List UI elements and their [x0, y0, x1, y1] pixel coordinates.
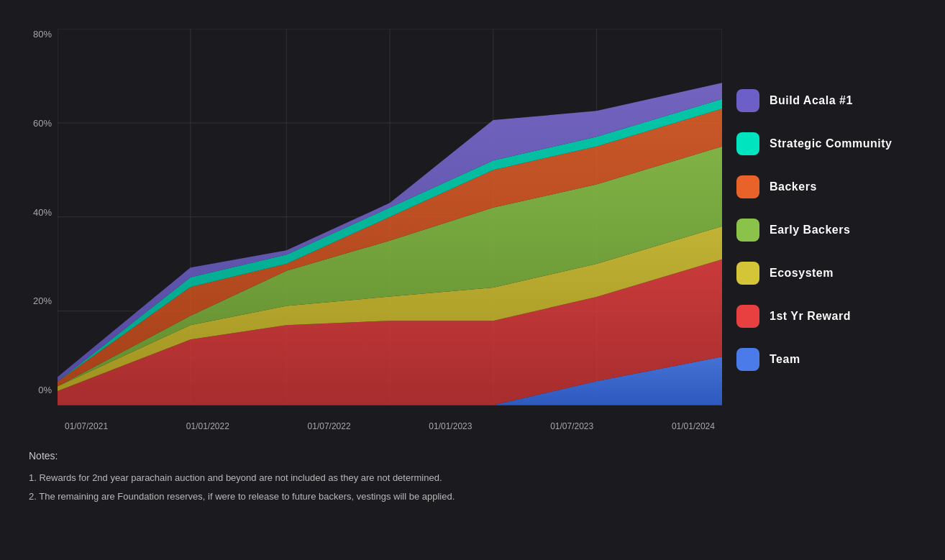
legend-label-strategic-community: Strategic Community — [770, 137, 892, 150]
x-label-5: 01/07/2023 — [550, 421, 593, 431]
notes-title: Notes: — [29, 446, 916, 466]
legend-area: Build Acala #1 Strategic Community Backe… — [722, 29, 923, 431]
x-label-1: 01/07/2021 — [65, 421, 108, 431]
note-item-2: 2. The remaining are Foundation reserves… — [29, 487, 916, 506]
legend-item-ecosystem: Ecosystem — [736, 262, 923, 285]
legend-item-1st-yr-reward: 1st Yr Reward — [736, 305, 923, 328]
legend-item-early-backers: Early Backers — [736, 219, 923, 242]
y-label-80: 80% — [33, 29, 52, 40]
legend-label-backers: Backers — [770, 180, 817, 193]
legend-item-team: Team — [736, 348, 923, 371]
legend-color-ecosystem — [736, 262, 759, 285]
legend-label-ecosystem: Ecosystem — [770, 267, 834, 280]
stacked-area-chart — [58, 29, 722, 405]
legend-color-build-acala — [736, 89, 759, 112]
legend-label-team: Team — [770, 353, 800, 366]
x-axis: 01/07/2021 01/01/2022 01/07/2022 01/01/2… — [58, 410, 722, 431]
y-label-20: 20% — [33, 295, 52, 306]
y-label-40: 40% — [33, 207, 52, 218]
legend-label-build-acala: Build Acala #1 — [770, 94, 853, 107]
legend-item-strategic-community: Strategic Community — [736, 132, 923, 155]
y-axis: 80% 60% 40% 20% 0% — [22, 29, 58, 395]
x-label-6: 01/01/2024 — [672, 421, 715, 431]
legend-label-early-backers: Early Backers — [770, 224, 850, 237]
x-label-2: 01/01/2022 — [186, 421, 229, 431]
note-item-1: 1. Rewards for 2nd year parachain auctio… — [29, 469, 916, 487]
legend-label-1st-yr-reward: 1st Yr Reward — [770, 310, 851, 323]
x-label-4: 01/01/2023 — [429, 421, 472, 431]
chart-area: 80% 60% 40% 20% 0% — [22, 29, 722, 431]
x-label-3: 01/07/2022 — [308, 421, 351, 431]
legend-color-early-backers — [736, 219, 759, 242]
y-label-60: 60% — [33, 118, 52, 129]
legend-color-team — [736, 348, 759, 371]
legend-item-build-acala: Build Acala #1 — [736, 89, 923, 112]
legend-item-backers: Backers — [736, 175, 923, 198]
notes-section: Notes: 1. Rewards for 2nd year parachain… — [14, 439, 931, 513]
legend-color-backers — [736, 175, 759, 198]
legend-color-1st-yr-reward — [736, 305, 759, 328]
legend-color-strategic-community — [736, 132, 759, 155]
y-label-0: 0% — [38, 385, 52, 395]
